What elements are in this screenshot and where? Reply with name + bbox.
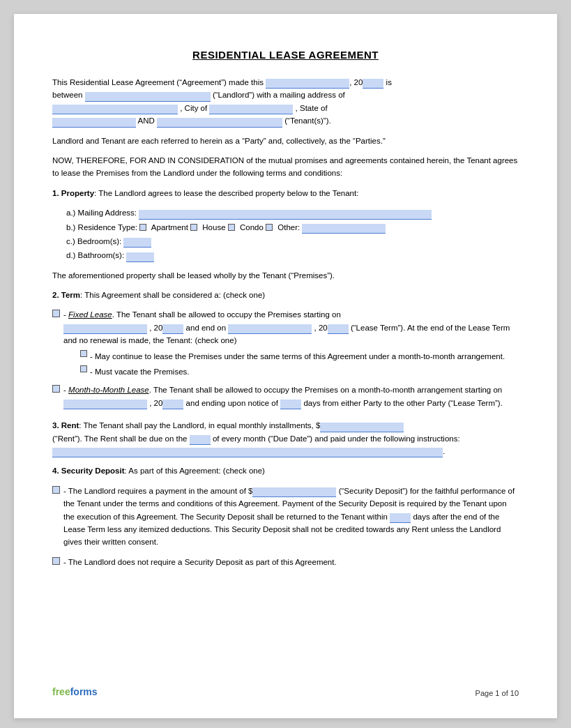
- year-field[interactable]: [363, 79, 383, 89]
- month-start-year[interactable]: [162, 400, 183, 409]
- brand-logo: freeforms: [52, 686, 98, 697]
- fixed-text4: , 20: [314, 324, 328, 332]
- month-notice-days[interactable]: [280, 400, 301, 409]
- section3-header: 3. Rent: The Tenant shall pay the Landlo…: [52, 419, 519, 457]
- month-text2: , 20: [149, 399, 162, 407]
- mailing-address-field[interactable]: [52, 105, 178, 114]
- fixed-lease-checkbox[interactable]: [52, 310, 60, 317]
- consideration-text: NOW, THEREFORE, FOR AND IN CONSIDERATION…: [52, 156, 517, 177]
- page-number: Page 1 of 10: [475, 689, 519, 697]
- fixed-text3: and end on: [186, 324, 227, 332]
- security-option2-text: - The Landlord does not require a Securi…: [63, 556, 337, 568]
- intro-line1-end: is: [386, 78, 392, 86]
- date-field[interactable]: [266, 79, 349, 89]
- other-field[interactable]: [302, 224, 386, 234]
- item-d-label: d.) Bathroom(s):: [66, 251, 124, 259]
- between-label: between: [52, 91, 82, 99]
- suboption1-checkbox[interactable]: [80, 350, 87, 357]
- month-text4: days from either Party to the other Part…: [303, 399, 502, 407]
- section1-label: 1. Property: [52, 189, 94, 197]
- section4-label: 4. Security Deposit: [52, 467, 125, 475]
- year-label: 20: [354, 78, 363, 86]
- bedrooms-field[interactable]: [123, 238, 151, 248]
- house-label: House: [202, 223, 225, 232]
- intro-line1-start: This Residential Lease Agreement (“Agree…: [52, 78, 264, 86]
- parties-paragraph: Landlord and Tenant are each referred to…: [52, 135, 519, 147]
- security-option2: - The Landlord does not require a Securi…: [52, 556, 519, 568]
- fixed-dash: -: [63, 310, 66, 319]
- suboption1-text: - May continue to lease the Premises und…: [90, 350, 505, 363]
- section1-text: : The Landlord agrees to lease the descr…: [94, 189, 358, 197]
- section3-label: 3. Rent: [52, 421, 79, 430]
- landlord-name-field[interactable]: [85, 92, 211, 102]
- other-label: Other:: [277, 223, 300, 232]
- suboption2-text: - Must vacate the Premises.: [90, 365, 190, 378]
- month-lease-option: - Month-to-Month Lease. The Tenant shall…: [52, 384, 519, 409]
- security-days-field[interactable]: [390, 513, 411, 523]
- fixed-start-field[interactable]: [63, 324, 147, 334]
- state-field[interactable]: [52, 118, 136, 128]
- security-amount-field[interactable]: [252, 487, 336, 497]
- month-text1: . The Tenant shall be allowed to occupy …: [149, 386, 503, 394]
- month-lease-checkbox[interactable]: [52, 385, 60, 393]
- other-checkbox[interactable]: [266, 224, 273, 231]
- security-option1: - The Landlord requires a payment in the…: [52, 485, 519, 549]
- security-option2-checkbox[interactable]: [52, 557, 60, 565]
- item-a: a.) Mailing Address:: [66, 206, 519, 219]
- fixed-start-year[interactable]: [162, 324, 183, 334]
- month-start-field[interactable]: [63, 400, 147, 409]
- month-dash: -: [63, 386, 66, 394]
- condo-label: Condo: [240, 223, 264, 232]
- intro-paragraph: This Residential Lease Agreement (“Agree…: [52, 76, 519, 128]
- month-label: Month-to-Month Lease: [68, 386, 149, 394]
- house-checkbox[interactable]: [190, 224, 197, 231]
- item-b-label: b.) Residence Type:: [66, 223, 137, 232]
- document-page: RESIDENTIAL LEASE AGREEMENT This Residen…: [14, 14, 557, 718]
- fixed-text2: , 20: [149, 324, 162, 332]
- brand-free: free: [52, 686, 70, 697]
- condo-checkbox[interactable]: [228, 224, 235, 231]
- section1-items: a.) Mailing Address: b.) Residence Type:…: [52, 206, 519, 262]
- item-b: b.) Residence Type: Apartment House Cond…: [66, 221, 519, 234]
- premises-text: The aforementioned property shall be lea…: [52, 271, 335, 280]
- due-date-field[interactable]: [190, 435, 211, 445]
- document-title: RESIDENTIAL LEASE AGREEMENT: [52, 49, 519, 61]
- apartment-checkbox[interactable]: [139, 224, 146, 231]
- fixed-suboptions: - May continue to lease the Premises und…: [52, 350, 519, 379]
- rent-amount-field[interactable]: [320, 423, 404, 432]
- footer: freeforms Page 1 of 10: [52, 686, 519, 697]
- section3-text2: (“Rent”). The Rent shall be due on the: [52, 434, 187, 443]
- item-c-label: c.) Bedroom(s):: [66, 237, 121, 245]
- fixed-end-year[interactable]: [328, 324, 349, 334]
- premises-paragraph: The aforementioned property shall be lea…: [52, 269, 519, 282]
- section2-header: 2. Term: This Agreement shall be conside…: [52, 289, 519, 301]
- landlord-label: (“Landlord”) with a mailing address of: [213, 91, 345, 99]
- consideration-paragraph: NOW, THEREFORE, FOR AND IN CONSIDERATION…: [52, 154, 519, 180]
- suboption1-line: - May continue to lease the Premises und…: [80, 350, 519, 363]
- payment-instructions-field[interactable]: [52, 448, 443, 457]
- tenant-name-field[interactable]: [157, 118, 282, 128]
- section2-text: : This Agreement shall be considered a: …: [80, 291, 265, 299]
- section3-text3: of every month (“Due Date”) and paid und…: [213, 434, 460, 443]
- item-d: d.) Bathroom(s):: [66, 249, 519, 261]
- section4-text: : As part of this Agreement: (check one): [125, 467, 265, 475]
- state-label: , State of: [296, 104, 328, 112]
- month-text3: and ending upon notice of: [186, 399, 278, 407]
- bathrooms-field[interactable]: [126, 252, 154, 262]
- brand-forms: forms: [70, 686, 98, 697]
- city-field[interactable]: [209, 105, 293, 114]
- and-label: AND: [138, 116, 155, 125]
- city-label: , City of: [180, 104, 207, 112]
- fixed-lease-option: - Fixed Lease. The Tenant shall be allow…: [52, 308, 519, 347]
- fixed-end-field[interactable]: [228, 324, 312, 334]
- suboption2-checkbox[interactable]: [80, 365, 87, 372]
- fixed-text1: . The Tenant shall be allowed to occupy …: [112, 310, 341, 319]
- security-option1-checkbox[interactable]: [52, 486, 60, 494]
- mailing-address-input[interactable]: [139, 210, 432, 220]
- parties-text: Landlord and Tenant are each referred to…: [52, 137, 386, 145]
- fixed-label: Fixed Lease: [68, 310, 112, 319]
- item-a-label: a.) Mailing Address:: [66, 208, 137, 217]
- section1-header: 1. Property: The Landlord agrees to leas…: [52, 187, 519, 199]
- item-c: c.) Bedroom(s):: [66, 235, 519, 248]
- security-text1: - The Landlord requires a payment in the…: [63, 487, 252, 495]
